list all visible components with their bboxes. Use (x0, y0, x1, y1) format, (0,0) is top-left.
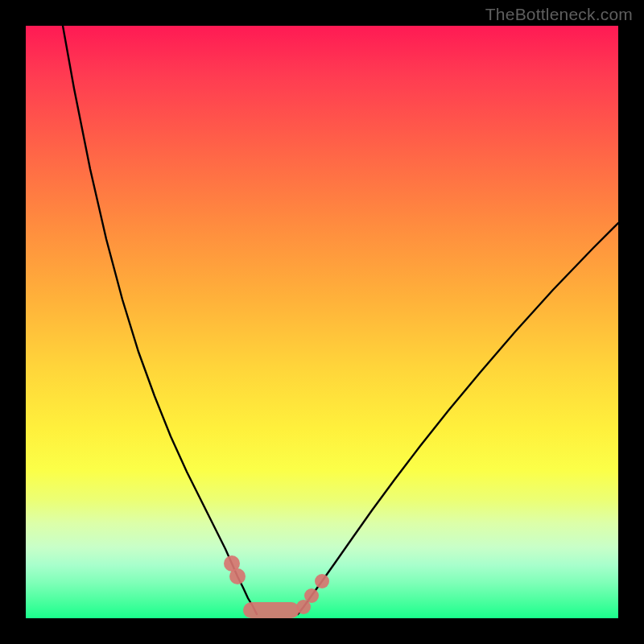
right-curve (298, 223, 618, 614)
marker-dot (229, 568, 246, 584)
valley-bar (243, 602, 299, 618)
outer-frame: TheBottleneck.com (0, 0, 644, 644)
left-curve (63, 26, 257, 614)
marker-dot (304, 588, 319, 603)
plot-area (26, 26, 618, 618)
watermark-text: TheBottleneck.com (485, 5, 633, 24)
marker-dot (315, 574, 329, 588)
plot-svg (26, 26, 618, 618)
